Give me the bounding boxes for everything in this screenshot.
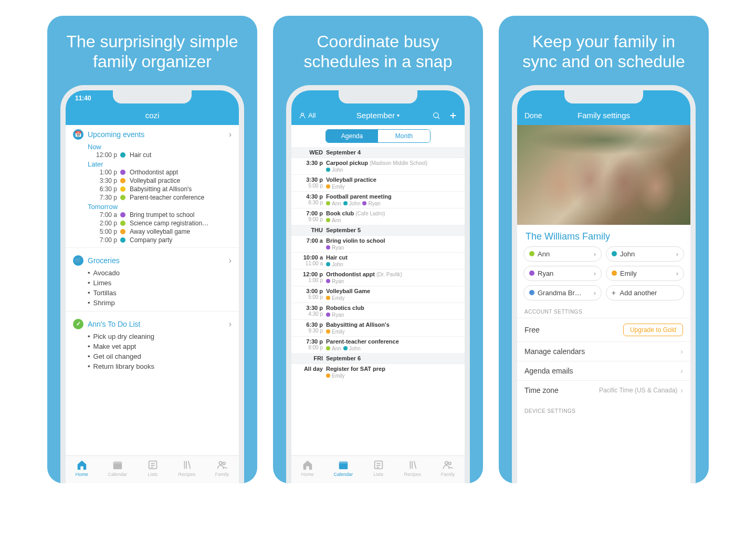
event-end: 9:00 p (297, 216, 323, 222)
tab-recipes[interactable]: Recipes (404, 459, 421, 477)
divider (66, 247, 239, 248)
event-title: Babysitting at Allison's (326, 321, 390, 328)
todo-item[interactable]: Get oil changed (66, 351, 239, 361)
phone-notch (564, 90, 643, 103)
calendar-event-row[interactable]: 7:00 a Bring violin to school Ryan (291, 235, 465, 252)
tab-recipes[interactable]: Recipes (178, 459, 195, 477)
person-name: Ann (332, 346, 341, 351)
groceries-header[interactable]: 🛒 Groceries › (66, 251, 239, 268)
add-member-label: Add another (620, 289, 657, 297)
member-color-dot (120, 170, 125, 175)
person-name: John (332, 262, 343, 267)
todo-item[interactable]: Return library books (66, 361, 239, 371)
tab-lists[interactable]: Lists (147, 459, 159, 477)
plus-icon[interactable] (449, 111, 457, 120)
calendar-event-row[interactable]: 7:30 p8:00 p Parent-teacher conference A… (291, 336, 465, 353)
grocery-item[interactable]: Avocado (66, 268, 239, 278)
agenda-list[interactable]: WEDSeptember 43:30 p Carpool pickup (Mad… (291, 147, 465, 455)
member-color-dot (343, 201, 348, 205)
person-name: Ann (332, 201, 341, 206)
month-selector[interactable]: September ▾ (356, 111, 400, 120)
calendar-event-row[interactable]: 6:30 p9:30 p Babysitting at Allison's Em… (291, 319, 465, 336)
upcoming-header[interactable]: 📅 Upcoming events › (66, 125, 239, 142)
family-photo[interactable] (517, 125, 690, 225)
calendar-event-row[interactable]: 3:00 p5:00 p Volleyball Game Emily (291, 286, 465, 303)
member-name: Ryan (538, 269, 553, 277)
calendar-event-row[interactable]: All day Register for SAT prep Emily (291, 364, 465, 380)
event-people: AnnJohnRyan (326, 201, 459, 206)
todo-header[interactable]: ✓ Ann's To Do List › (66, 315, 239, 331)
member-color-dot (326, 313, 330, 317)
family-member-chip[interactable]: Ann› (523, 246, 602, 262)
calendar-event-row[interactable]: 4:30 p6:30 p Football parent meeting Ann… (291, 191, 465, 208)
settings-row[interactable]: Manage calendars› (517, 341, 690, 361)
tab-family[interactable]: Family (215, 459, 229, 477)
event-row[interactable]: 5:00 p Away volleyball game (66, 227, 239, 236)
event-title: Bring trumpet to school (130, 211, 232, 219)
member-color-dot (120, 212, 125, 217)
event-title: Volleyball Game (326, 288, 370, 294)
calendar-event-row[interactable]: 10:00 a11:00 a Hair cut John (291, 252, 465, 269)
member-color-dot (326, 168, 330, 172)
tab-label: Calendar (334, 472, 353, 477)
tab-family[interactable]: Family (441, 459, 455, 477)
tab-home[interactable]: Home (76, 459, 88, 477)
upgrade-button[interactable]: Upgrade to Gold (623, 324, 683, 336)
event-row[interactable]: 1:00 p Orthodontist appt (66, 168, 239, 176)
day-header: WEDSeptember 4 (291, 147, 465, 158)
svg-line-10 (438, 117, 439, 119)
event-row[interactable]: 3:30 p Volleyball practice (66, 176, 239, 185)
event-location: (Cafe Ladro) (355, 211, 385, 216)
done-button[interactable]: Done (524, 111, 542, 120)
panel-title: Keep your family in sync and on schedule (499, 32, 709, 72)
event-title: Orthodontist appt (130, 169, 232, 176)
chevron-right-icon: › (676, 269, 678, 277)
calendar-event-row[interactable]: 7:00 p9:00 p Book club (Cafe Ladro) Ann (291, 208, 465, 225)
calendar-event-row[interactable]: 3:30 p5:00 p Volleyball practice Emily (291, 174, 465, 191)
tab-calendar[interactable]: Calendar (334, 459, 353, 477)
family-member-chip[interactable]: Ryan› (523, 266, 602, 281)
tab-calendar[interactable]: Calendar (108, 459, 128, 477)
family-member-chip[interactable]: John› (606, 246, 684, 262)
grocery-item[interactable]: Limes (66, 278, 239, 288)
event-people: John (326, 167, 459, 173)
tab-lists[interactable]: Lists (373, 459, 384, 477)
svg-point-9 (434, 112, 438, 117)
event-title: Carpool pickup (326, 160, 368, 166)
chevron-right-icon: › (680, 347, 683, 356)
add-member-button[interactable]: +Add another (606, 285, 684, 300)
todo-item[interactable]: Make vet appt (66, 341, 239, 351)
event-start: 3:00 p (297, 288, 323, 294)
event-row[interactable]: 7:00 p Company party (66, 236, 239, 244)
todo-item[interactable]: Pick up dry cleaning (66, 331, 239, 341)
seg-month[interactable]: Month (378, 130, 430, 142)
family-member-chip[interactable]: Grandma Br…› (523, 285, 602, 300)
time-group-label: Later (66, 159, 239, 168)
family-member-chip[interactable]: Emily› (606, 266, 684, 281)
calendar-event-row[interactable]: 3:30 p Carpool pickup (Madison Middle Sc… (291, 158, 465, 174)
settings-row[interactable]: Time zonePacific Time (US & Canada)› (517, 380, 690, 400)
event-row[interactable]: 7:00 a Bring trumpet to school (66, 211, 239, 219)
grocery-item[interactable]: Tortillas (66, 288, 239, 298)
event-row[interactable]: 2:00 p Science camp registration… (66, 219, 239, 227)
search-icon[interactable] (432, 111, 440, 120)
chevron-right-icon: › (594, 289, 596, 297)
filter-button[interactable]: All (299, 111, 316, 119)
calendar-event-row[interactable]: 12:00 p1:00 p Orthodontist appt (Dr. Pav… (291, 269, 465, 286)
grocery-item[interactable]: Shrimp (66, 298, 239, 308)
calendar-event-row[interactable]: 3:30 p4:30 p Robotics club Ryan (291, 303, 465, 319)
event-row[interactable]: 7:30 p Parent-teacher conference (66, 193, 239, 202)
seg-agenda[interactable]: Agenda (326, 130, 378, 142)
tab-home[interactable]: Home (301, 459, 314, 477)
tab-label: Lists (148, 472, 158, 477)
settings-row[interactable]: Agenda emails› (517, 361, 690, 380)
device-settings-header: DEVICE SETTINGS (517, 400, 690, 417)
person-name: John (332, 167, 343, 173)
event-row[interactable]: 12:00 p Hair cut (66, 151, 239, 159)
view-segmented-control[interactable]: Agenda Month (326, 129, 430, 143)
family-members-grid: Ann›John›Ryan›Emily›Grandma Br…›+Add ano… (517, 246, 690, 300)
event-row[interactable]: 6:30 p Babysitting at Allison's (66, 185, 239, 193)
svg-rect-1 (113, 462, 122, 464)
person-name: Ryan (332, 312, 344, 318)
member-color-dot (326, 279, 330, 283)
